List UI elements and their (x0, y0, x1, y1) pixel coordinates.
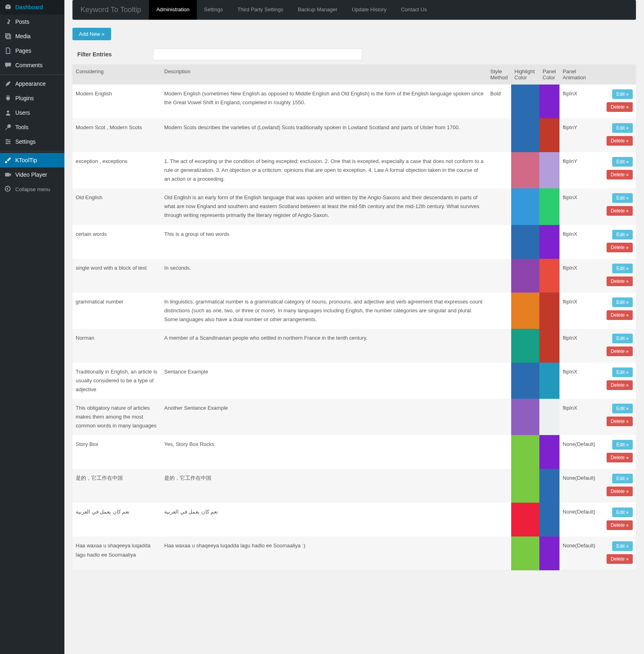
collapse-menu[interactable]: Collapse menu (0, 182, 64, 197)
cell-panel-color (539, 536, 559, 570)
th-panel-animation: Panel Animation (559, 64, 600, 85)
cell-actions: Edit »Delete » (600, 152, 636, 188)
table-row: exception , exceptions1. The act of exce… (72, 152, 636, 188)
cell-panel-color (539, 435, 559, 469)
edit-button[interactable]: Edit » (612, 404, 633, 413)
sidebar-item-users[interactable]: Users (0, 105, 64, 120)
cell-style (487, 259, 511, 293)
edit-button[interactable]: Edit » (612, 440, 633, 450)
delete-button[interactable]: Delete » (607, 520, 633, 530)
cell-animation: flipInY (559, 118, 600, 152)
svg-rect-8 (5, 173, 10, 177)
edit-button[interactable]: Edit » (612, 541, 633, 551)
sidebar-item-media[interactable]: Media (0, 29, 64, 43)
nav-administration[interactable]: Administration (149, 0, 196, 20)
users-icon (4, 109, 12, 117)
cell-panel-color (539, 152, 559, 188)
tools-icon (4, 123, 12, 131)
sidebar-item-pages[interactable]: Pages (0, 43, 64, 58)
edit-button[interactable]: Edit » (612, 89, 633, 99)
cell-highlight-color (511, 536, 539, 570)
nav-contact-us[interactable]: Contact Us (394, 0, 434, 20)
delete-button[interactable]: Delete » (607, 136, 633, 146)
edit-button[interactable]: Edit » (612, 230, 633, 239)
sidebar-item-ktooltip[interactable]: KToolTip (0, 153, 64, 167)
sidebar-item-posts[interactable]: Posts (0, 14, 64, 29)
edit-button[interactable]: Edit » (612, 334, 633, 343)
cell-animation: None(Default) (559, 435, 600, 469)
table-row: Haa waxaa u shaqeeya luqadda lagu hadlo … (72, 536, 636, 570)
filter-row: Filter Entries (72, 48, 636, 60)
cell-highlight-color (511, 329, 539, 363)
edit-button[interactable]: Edit » (612, 367, 633, 377)
nav-update-history[interactable]: Update History (345, 0, 394, 20)
delete-button[interactable]: Delete » (607, 554, 633, 564)
cell-animation: None(Default) (559, 469, 600, 503)
table-row: Traditionally in English, an article is … (72, 363, 636, 399)
sidebar-item-label: Tools (15, 124, 29, 130)
delete-button[interactable]: Delete » (607, 487, 633, 496)
delete-button[interactable]: Delete » (607, 347, 633, 356)
delete-button[interactable]: Delete » (607, 453, 633, 462)
edit-button[interactable]: Edit » (612, 193, 633, 203)
cell-panel-color (539, 188, 559, 225)
cell-actions: Edit »Delete » (600, 363, 636, 399)
cell-panel-color (539, 329, 559, 363)
cell-style (487, 399, 511, 435)
cell-style (487, 536, 511, 570)
top-navbar: Keyword To Tooltip AdministrationSetting… (72, 0, 636, 20)
table-row: Old EnglishOld English is an early form … (72, 188, 636, 225)
delete-button[interactable]: Delete » (607, 170, 633, 179)
edit-button[interactable]: Edit » (612, 508, 633, 517)
edit-button[interactable]: Edit » (612, 474, 633, 483)
edit-button[interactable]: Edit » (612, 157, 633, 167)
cell-description: Haa waxaa u shaqeeya luqadda lagu hadlo … (161, 536, 487, 570)
delete-button[interactable]: Delete » (607, 310, 633, 320)
sidebar-item-settings[interactable]: Settings (0, 134, 64, 149)
add-new-button[interactable]: Add New » (72, 28, 111, 40)
main-content: Keyword To Tooltip AdministrationSetting… (64, 0, 644, 654)
delete-button[interactable]: Delete » (607, 243, 633, 252)
cell-panel-color (539, 118, 559, 152)
nav-backup-manager[interactable]: Backup Manager (291, 0, 345, 20)
cell-highlight-color (511, 225, 539, 259)
entries-table: Considering Description Style Method Hig… (72, 64, 636, 570)
cell-panel-color (539, 85, 559, 118)
cell-highlight-color (511, 363, 539, 399)
sidebar-item-video-player[interactable]: Video Player (0, 167, 64, 182)
cell-style (487, 152, 511, 188)
sidebar-item-dashboard[interactable]: Dashboard (0, 0, 64, 14)
delete-button[interactable]: Delete » (607, 276, 633, 286)
cell-considering: exception , exceptions (72, 152, 161, 188)
appearance-icon (4, 80, 12, 88)
delete-button[interactable]: Delete » (607, 380, 633, 390)
svg-rect-4 (6, 143, 11, 144)
delete-button[interactable]: Delete » (607, 417, 633, 426)
cell-description: Modern Scots describes the varieties of … (161, 118, 487, 152)
th-actions (600, 64, 636, 85)
sidebar-item-plugins[interactable]: Plugins (0, 91, 64, 105)
edit-button[interactable]: Edit » (612, 123, 633, 133)
cell-considering: Modern Scot , Modern Scots (72, 118, 161, 152)
sidebar-item-comments[interactable]: Comments (0, 58, 64, 72)
cell-animation: flipInY (559, 152, 600, 188)
cell-style (487, 503, 511, 536)
sidebar-item-label: Dashboard (15, 4, 43, 10)
cell-description: Old English is an early form of the Engl… (161, 188, 487, 225)
edit-button[interactable]: Edit » (612, 297, 633, 307)
delete-button[interactable]: Delete » (607, 102, 633, 112)
delete-button[interactable]: Delete » (607, 206, 633, 216)
cell-description: This is a group of two words (161, 225, 487, 259)
nav-settings[interactable]: Settings (197, 0, 230, 20)
svg-rect-3 (6, 141, 11, 142)
brush-icon (4, 156, 12, 164)
sidebar-item-label: Settings (15, 138, 36, 145)
plugins-icon (4, 94, 12, 102)
filter-input[interactable] (153, 48, 362, 60)
svg-rect-7 (6, 143, 7, 144)
sidebar-item-tools[interactable]: Tools (0, 120, 64, 134)
sidebar-item-appearance[interactable]: Appearance (0, 76, 64, 91)
nav-third-party-settings[interactable]: Third Party Settings (230, 0, 291, 20)
edit-button[interactable]: Edit » (612, 264, 633, 273)
cell-considering: This obligatory nature of articles makes… (72, 399, 161, 435)
